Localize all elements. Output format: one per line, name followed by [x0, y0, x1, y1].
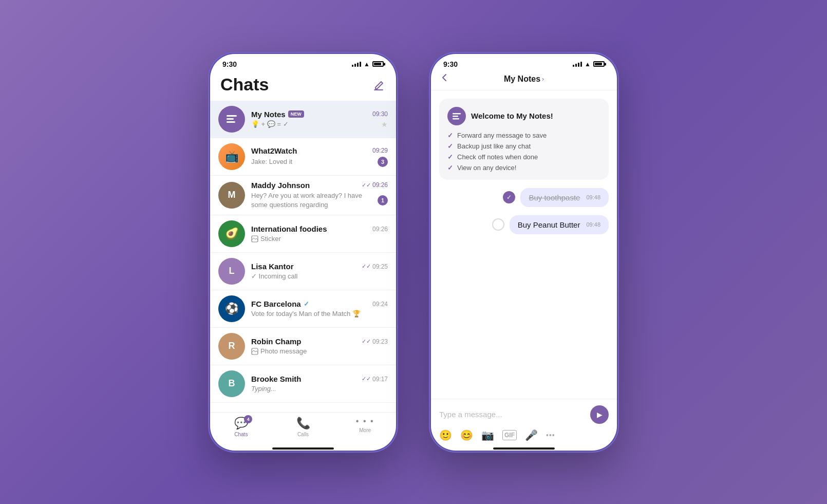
chat-time-brooke: 09:17: [372, 376, 388, 383]
signal-icon-right: [573, 62, 582, 67]
welcome-item-2: ✓ Backup just like any chat: [447, 142, 600, 150]
chat-time-my-notes: 09:30: [372, 110, 388, 118]
back-button[interactable]: [439, 72, 449, 85]
chat-name-brooke: Brooke Smith: [251, 375, 302, 383]
nav-label-calls: Calls: [297, 432, 309, 437]
svg-rect-6: [453, 116, 458, 117]
chat-item-robin[interactable]: R Robin Champ ✓✓ 09:23 Pho: [210, 328, 396, 365]
send-button[interactable]: ▶: [590, 405, 609, 424]
unread-badge-maddy: 1: [378, 195, 388, 206]
nav-item-chats[interactable]: 💬 4 Chats: [210, 417, 272, 437]
phones-container: 9:30 ▲ Chats: [208, 52, 619, 453]
chat-name-lisa: Lisa Kantor: [251, 262, 294, 271]
chat-name-intl-foodies: International foodies: [251, 225, 327, 233]
time-left: 9:30: [222, 60, 237, 68]
status-icons-right: ▲: [573, 61, 605, 68]
battery-icon-right: [593, 61, 605, 67]
welcome-list: ✓ Forward any message to save ✓ Backup j…: [447, 132, 600, 172]
signal-icon: [352, 62, 361, 67]
time-right: 9:30: [443, 60, 458, 68]
message-input-placeholder[interactable]: Type a message...: [439, 410, 586, 419]
chat-preview-lisa: ✓ Incoming call: [251, 272, 388, 280]
chat-item-lisa[interactable]: L Lisa Kantor ✓✓ 09:25 ✓ Incoming call: [210, 253, 396, 290]
chat-preview-maddy: Hey? Are you at work already? I have som…: [251, 191, 373, 210]
chat-name-robin: Robin Champ: [251, 337, 302, 346]
svg-rect-7: [453, 118, 459, 120]
chat-item-brooke[interactable]: B Brooke Smith ✓✓ 09:17 Typing...: [210, 365, 396, 403]
nav-badge-chats: 4: [244, 415, 252, 423]
avatar-fc-barcelona: ⚽: [218, 295, 245, 322]
verified-badge-fc: ✓: [304, 300, 309, 308]
phone-left-inner: 9:30 ▲ Chats: [210, 54, 396, 451]
todo-checkbox-peanut-butter[interactable]: [492, 218, 504, 231]
chat-preview-my-notes: 💡 + 💬 = ✓: [251, 120, 381, 128]
chat-preview-brooke: Typing...: [251, 385, 276, 393]
chat-name-fc-barcelona: FC Barcelona ✓: [251, 300, 309, 308]
home-indicator-left: [272, 447, 334, 450]
avatar-my-notes: [218, 106, 245, 133]
toolbar-icons: 🙂 😊 📷 GIF 🎤 •••: [439, 429, 609, 441]
todo-bubble-peanut-butter: Buy Peanut Butter 09:48: [510, 215, 609, 234]
phone-right: 9:30 ▲: [429, 52, 619, 453]
avatar-lisa: L: [218, 258, 245, 285]
svg-rect-5: [453, 113, 461, 115]
message-input-area: Type a message... ▶ 🙂 😊 📷 GIF 🎤 •••: [431, 399, 617, 445]
chat-item-fc-barcelona[interactable]: ⚽ FC Barcelona ✓ 09:24 Vote for today's …: [210, 290, 396, 328]
chat-time-fc-barcelona: 09:24: [372, 301, 388, 308]
emoji-icon[interactable]: 😊: [460, 429, 473, 441]
todo-time-toothpaste: 09:48: [586, 194, 600, 200]
svg-rect-1: [227, 118, 234, 120]
wifi-icon-right: ▲: [585, 61, 591, 68]
avatar-brooke: B: [218, 370, 245, 397]
avatar-what2watch: 📺: [218, 143, 245, 170]
notes-header: My Notes ›: [431, 70, 617, 90]
chat-name-text: My Notes: [251, 110, 286, 119]
more-toolbar-icon[interactable]: •••: [546, 431, 555, 439]
gif-icon[interactable]: GIF: [502, 430, 517, 440]
welcome-card: Welcome to My Notes! ✓ Forward any messa…: [439, 99, 609, 180]
chat-content-my-notes: My Notes NEW 09:30 💡 + 💬 = ✓ ★: [251, 110, 388, 128]
welcome-title: Welcome to My Notes!: [471, 111, 553, 120]
chat-time-lisa: 09:25: [372, 263, 388, 270]
chat-time-what2watch: 09:29: [372, 147, 388, 154]
home-indicator-right: [493, 447, 555, 450]
chat-time-maddy: 09:26: [372, 181, 388, 189]
wifi-icon: ▲: [364, 61, 370, 68]
battery-icon: [372, 61, 384, 67]
notch-left: [270, 54, 336, 68]
phone-right-inner: 9:30 ▲: [431, 54, 617, 451]
avatar-maddy: M: [218, 182, 245, 209]
chat-item-my-notes[interactable]: My Notes NEW 09:30 💡 + 💬 = ✓ ★: [210, 101, 396, 138]
double-check-maddy: ✓✓: [362, 182, 371, 189]
chat-time-robin: 09:23: [372, 338, 388, 345]
sticker-icon[interactable]: 🙂: [439, 429, 452, 441]
compose-button[interactable]: [371, 79, 386, 93]
chats-header: Chats: [210, 70, 396, 101]
todo-bubble-toothpaste: Buy toothpaste 09:48: [520, 188, 609, 207]
mic-icon[interactable]: 🎤: [525, 429, 538, 441]
welcome-item-4: ✓ View on any device!: [447, 164, 600, 172]
svg-rect-0: [227, 115, 237, 117]
chat-preview-robin: Photo message: [251, 347, 307, 355]
chat-name-what2watch: What2Watch: [251, 146, 297, 155]
camera-icon[interactable]: 📷: [481, 429, 494, 441]
chat-item-intl-foodies[interactable]: 🥑 International foodies 09:26 Sticker: [210, 215, 396, 253]
nav-label-more: More: [359, 427, 371, 433]
chat-list: My Notes NEW 09:30 💡 + 💬 = ✓ ★ 📺: [210, 101, 396, 412]
todo-text-peanut-butter: Buy Peanut Butter: [518, 220, 580, 229]
nav-item-more[interactable]: • • • More: [334, 417, 396, 437]
todo-checkbox-toothpaste[interactable]: ✓: [503, 191, 515, 203]
chat-name-maddy: Maddy Johnson: [251, 181, 310, 190]
welcome-item-1: ✓ Forward any message to save: [447, 132, 600, 139]
notes-title: My Notes: [504, 74, 540, 84]
avatar-robin: R: [218, 333, 245, 360]
chat-item-maddy[interactable]: M Maddy Johnson ✓✓ 09:26 Hey? Are you at…: [210, 176, 396, 215]
notes-content: Welcome to My Notes! ✓ Forward any messa…: [431, 90, 617, 399]
phone-left: 9:30 ▲ Chats: [208, 52, 398, 453]
todo-time-peanut-butter: 09:48: [586, 221, 600, 228]
new-badge: NEW: [288, 110, 304, 118]
chats-title: Chats: [220, 74, 269, 95]
nav-item-calls[interactable]: 📞 Calls: [272, 417, 334, 437]
chat-preview-fc-barcelona: Vote for today's Man of the Match 🏆: [251, 310, 388, 318]
chat-item-what2watch[interactable]: 📺 What2Watch 09:29 Jake: Loved it 3: [210, 138, 396, 176]
